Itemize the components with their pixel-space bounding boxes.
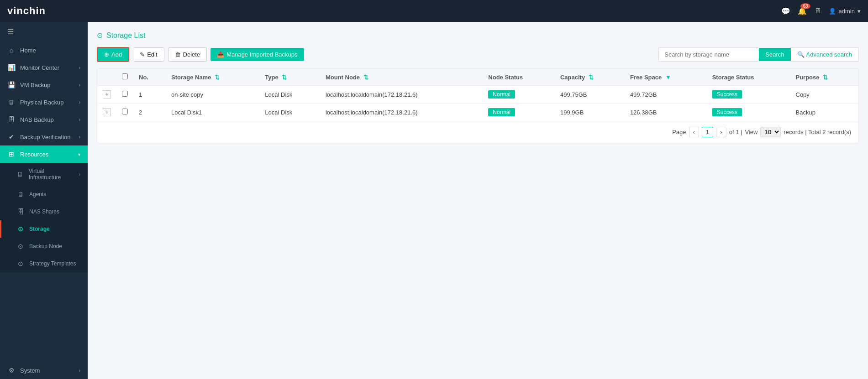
row-select-checkbox[interactable]: [122, 109, 128, 114]
physical-backup-chevron-icon: ›: [79, 100, 80, 105]
sidebar-item-virtual-infrastructure[interactable]: 🖥 Virtual Infrastructure ›: [0, 163, 88, 186]
sidebar-item-strategy-templates[interactable]: ⊙ Strategy Templates: [0, 255, 88, 272]
vm-backup-icon: 💾: [7, 81, 16, 88]
table-row: + 1 on-site copy Local Disk localhost.lo…: [97, 86, 858, 104]
row-purpose: Copy: [790, 86, 859, 104]
col-type[interactable]: Type ⇅: [259, 69, 320, 86]
sidebar-item-home[interactable]: ⌂ Home: [0, 42, 88, 59]
sidebar-item-backup-verification[interactable]: ✔ Backup Verification ›: [0, 128, 88, 145]
sidebar-toggle[interactable]: ☰: [0, 22, 88, 42]
nas-backup-icon: 🗄: [7, 116, 16, 123]
page-label: Page: [672, 129, 686, 135]
resources-submenu: 🖥 Virtual Infrastructure › 🖥 Agents 🗄 NA…: [0, 163, 88, 272]
row-type: Local Disk: [259, 104, 320, 121]
advanced-search-button[interactable]: 🔍 Advanced search: [791, 47, 859, 62]
add-icon: ⊕: [104, 51, 109, 58]
row-capacity: 199.9GB: [555, 104, 625, 121]
row-purpose: Backup: [790, 104, 859, 121]
search-area: Search 🔍 Advanced search: [658, 47, 859, 62]
records-label: records | Total 2 record(s): [784, 129, 851, 135]
row-node-status: Normal: [483, 104, 555, 121]
sidebar-item-system[interactable]: ⚙ System ›: [0, 362, 88, 379]
select-all-checkbox[interactable]: [122, 73, 128, 79]
row-type: Local Disk: [259, 86, 320, 104]
sidebar: ☰ ⌂ Home 📊 Monitor Center › 💾 VM Backup …: [0, 22, 88, 379]
nas-backup-chevron-icon: ›: [79, 117, 80, 122]
system-chevron-icon: ›: [79, 368, 80, 373]
search-button[interactable]: Search: [759, 48, 790, 61]
sidebar-item-backup-node-label: Backup Node: [29, 243, 62, 249]
sidebar-item-resources[interactable]: ⊞ Resources ▾: [0, 145, 88, 163]
sidebar-item-vm-backup[interactable]: 💾 VM Backup ›: [0, 76, 88, 93]
sidebar-item-physical-backup-label: Physical Backup: [20, 99, 63, 106]
page-title-icon: ⊙: [97, 31, 103, 40]
nas-shares-icon: 🗄: [16, 208, 25, 215]
resources-chevron-icon: ▾: [78, 152, 80, 157]
row-mount-node: localhost.localdomain(172.18.21.6): [320, 86, 483, 104]
page-title: Storage List: [106, 31, 145, 40]
col-storage-name[interactable]: Storage Name ⇅: [166, 69, 259, 86]
system-icon: ⚙: [7, 367, 16, 374]
row-storage-name: Local Disk1: [166, 104, 259, 121]
agents-icon: 🖥: [16, 191, 25, 198]
user-chevron-icon: ▾: [857, 8, 861, 15]
edit-label: Edit: [147, 51, 157, 58]
user-menu[interactable]: 👤 admin ▾: [829, 8, 861, 15]
row-storage-status: Success: [707, 86, 790, 104]
resources-icon: ⊞: [7, 151, 16, 158]
backup-verification-chevron-icon: ›: [79, 135, 80, 140]
col-free-space[interactable]: Free Space ▼: [625, 69, 707, 86]
sidebar-item-nas-backup[interactable]: 🗄 NAS Backup ›: [0, 111, 88, 128]
advanced-search-icon: 🔍: [797, 51, 805, 58]
vm-backup-chevron-icon: ›: [79, 83, 80, 88]
row-no: 2: [133, 104, 166, 121]
row-no: 1: [133, 86, 166, 104]
delete-label: Delete: [183, 51, 200, 58]
of-label: of 1 |: [729, 129, 742, 135]
backup-verification-icon: ✔: [7, 133, 16, 140]
sidebar-item-physical-backup[interactable]: 🖥 Physical Backup ›: [0, 93, 88, 111]
view-label: View: [745, 129, 758, 135]
sidebar-item-backup-node[interactable]: ⊙ Backup Node: [0, 238, 88, 255]
advanced-search-label: Advanced search: [806, 51, 852, 58]
sidebar-item-nas-backup-label: NAS Backup: [20, 116, 54, 123]
col-no: No.: [133, 69, 166, 86]
row-expand[interactable]: +: [97, 86, 116, 104]
row-checkbox[interactable]: [116, 104, 133, 121]
logo-end: chin: [23, 5, 46, 16]
col-purpose[interactable]: Purpose ⇅: [790, 69, 859, 86]
per-page-select[interactable]: 10 20 50: [760, 127, 781, 137]
sidebar-item-storage[interactable]: ⊙ Storage: [0, 220, 88, 238]
edit-button[interactable]: ✎ Edit: [133, 47, 164, 62]
top-nav-right: 💬 🔔 63 🖥 👤 admin ▾: [781, 7, 861, 16]
row-select-checkbox[interactable]: [122, 91, 128, 97]
sidebar-item-nas-shares[interactable]: 🗄 NAS Shares: [0, 203, 88, 220]
row-expand[interactable]: +: [97, 104, 116, 121]
col-capacity[interactable]: Capacity ⇅: [555, 69, 625, 86]
search-input[interactable]: [658, 47, 759, 62]
strategy-templates-icon: ⊙: [16, 260, 25, 267]
next-page-button[interactable]: ›: [716, 127, 726, 137]
storage-table-container: No. Storage Name ⇅ Type ⇅ Mount Node ⇅ N…: [97, 68, 859, 143]
prev-page-button[interactable]: ‹: [689, 127, 699, 137]
row-checkbox[interactable]: [116, 86, 133, 104]
monitor-icon[interactable]: 🖥: [814, 7, 821, 15]
col-node-status: Node Status: [483, 69, 555, 86]
col-mount-node[interactable]: Mount Node ⇅: [320, 69, 483, 86]
sidebar-item-monitor-center[interactable]: 📊 Monitor Center ›: [0, 59, 88, 76]
manage-imported-button[interactable]: 📥 Manage Imported Backups: [210, 48, 304, 61]
add-button[interactable]: ⊕ Add: [97, 47, 129, 62]
messages-icon[interactable]: 💬: [781, 7, 790, 16]
storage-icon: ⊙: [16, 225, 25, 233]
notifications-icon[interactable]: 🔔 63: [798, 7, 807, 16]
sidebar-item-nas-shares-label: NAS Shares: [29, 208, 59, 215]
notification-badge: 63: [800, 3, 810, 9]
sidebar-item-agents[interactable]: 🖥 Agents: [0, 186, 88, 203]
current-page: 1: [702, 127, 713, 137]
row-node-status: Normal: [483, 86, 555, 104]
delete-button[interactable]: 🗑 Delete: [168, 47, 207, 62]
virtual-infrastructure-chevron-icon: ›: [79, 172, 80, 177]
table-row: + 2 Local Disk1 Local Disk localhost.loc…: [97, 104, 858, 121]
sidebar-item-storage-label: Storage: [29, 226, 50, 232]
app-logo: vinchin: [7, 5, 46, 17]
